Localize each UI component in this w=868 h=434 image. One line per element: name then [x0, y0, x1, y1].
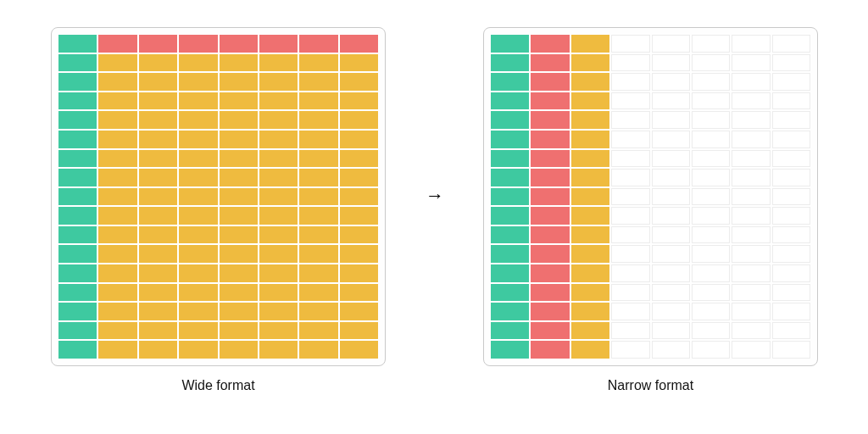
grid-cell — [220, 245, 258, 263]
grid-cell — [732, 303, 770, 320]
grid-cell — [98, 207, 136, 225]
grid-cell — [692, 150, 730, 168]
grid-cell — [772, 245, 810, 263]
grid-cell — [58, 73, 97, 91]
grid-cell — [652, 131, 690, 148]
grid-cell — [692, 73, 730, 91]
grid-cell — [611, 245, 649, 263]
grid-cell — [259, 150, 298, 168]
grid-cell — [772, 341, 810, 359]
grid-cell — [772, 284, 810, 302]
grid-cell — [531, 341, 569, 359]
grid-cell — [491, 111, 529, 129]
grid-cell — [571, 188, 609, 206]
grid-cell — [58, 188, 97, 206]
grid-cell — [692, 111, 730, 129]
grid-cell — [220, 303, 258, 320]
grid-cell — [772, 264, 810, 282]
arrow-icon: → — [426, 186, 444, 205]
grid-cell — [571, 131, 609, 148]
grid-cell — [692, 92, 730, 110]
grid-cell — [259, 341, 298, 359]
grid-cell — [652, 188, 690, 206]
grid-cell — [732, 341, 770, 359]
grid-cell — [732, 245, 770, 263]
grid-cell — [139, 73, 177, 91]
grid-cell — [611, 188, 649, 206]
grid-cell — [491, 322, 529, 340]
grid-cell — [179, 341, 217, 359]
grid-cell — [611, 284, 649, 302]
grid-cell — [259, 35, 298, 53]
grid-cell — [179, 92, 217, 110]
grid-cell — [772, 207, 810, 225]
grid-cell — [220, 150, 258, 168]
grid-cell — [531, 35, 569, 53]
grid-cell — [58, 245, 97, 263]
grid-cell — [491, 131, 529, 148]
grid-cell — [491, 35, 529, 53]
grid-cell — [139, 35, 177, 53]
grid-cell — [98, 73, 136, 91]
grid-cell — [692, 226, 730, 244]
grid-cell — [772, 188, 810, 206]
grid-cell — [571, 73, 609, 91]
grid-cell — [531, 303, 569, 320]
grid-cell — [58, 341, 97, 359]
grid-cell — [571, 35, 609, 53]
grid-cell — [98, 131, 136, 148]
grid-cell — [58, 35, 97, 53]
grid-cell — [179, 73, 217, 91]
grid-cell — [179, 245, 217, 263]
grid-cell — [692, 207, 730, 225]
grid-cell — [611, 92, 649, 110]
grid-cell — [772, 322, 810, 340]
diagram-stage: → Wide format Narrow format — [0, 0, 868, 434]
grid-cell — [340, 92, 378, 110]
grid-cell — [732, 92, 770, 110]
grid-cell — [491, 188, 529, 206]
grid-cell — [611, 73, 649, 91]
grid-cell — [732, 35, 770, 53]
grid-cell — [220, 92, 258, 110]
grid-cell — [179, 35, 217, 53]
grid-cell — [491, 73, 529, 91]
grid-cell — [732, 188, 770, 206]
grid-cell — [98, 245, 136, 263]
grid-cell — [299, 150, 337, 168]
grid-cell — [259, 284, 298, 302]
grid-cell — [299, 264, 337, 282]
grid-cell — [732, 131, 770, 148]
grid-cell — [571, 54, 609, 72]
grid-cell — [220, 111, 258, 129]
grid-cell — [340, 111, 378, 129]
grid-cell — [299, 188, 337, 206]
grid-cell — [139, 226, 177, 244]
grid-cell — [179, 169, 217, 186]
grid-cell — [98, 150, 136, 168]
grid-cell — [652, 322, 690, 340]
grid-cell — [491, 284, 529, 302]
grid-cell — [139, 284, 177, 302]
grid-cell — [692, 303, 730, 320]
grid-cell — [179, 226, 217, 244]
grid-cell — [732, 322, 770, 340]
grid-cell — [491, 207, 529, 225]
grid-cell — [259, 54, 298, 72]
grid-cell — [340, 245, 378, 263]
grid-cell — [220, 54, 258, 72]
grid-cell — [772, 73, 810, 91]
grid-cell — [58, 54, 97, 72]
grid-cell — [58, 264, 97, 282]
wide-format-caption: Wide format — [51, 378, 386, 393]
grid-cell — [58, 131, 97, 148]
grid-cell — [299, 226, 337, 244]
grid-cell — [652, 150, 690, 168]
wide-format-panel — [51, 27, 386, 366]
grid-cell — [531, 73, 569, 91]
grid-cell — [179, 284, 217, 302]
grid-cell — [772, 150, 810, 168]
grid-cell — [531, 322, 569, 340]
grid-cell — [98, 303, 136, 320]
grid-cell — [652, 35, 690, 53]
